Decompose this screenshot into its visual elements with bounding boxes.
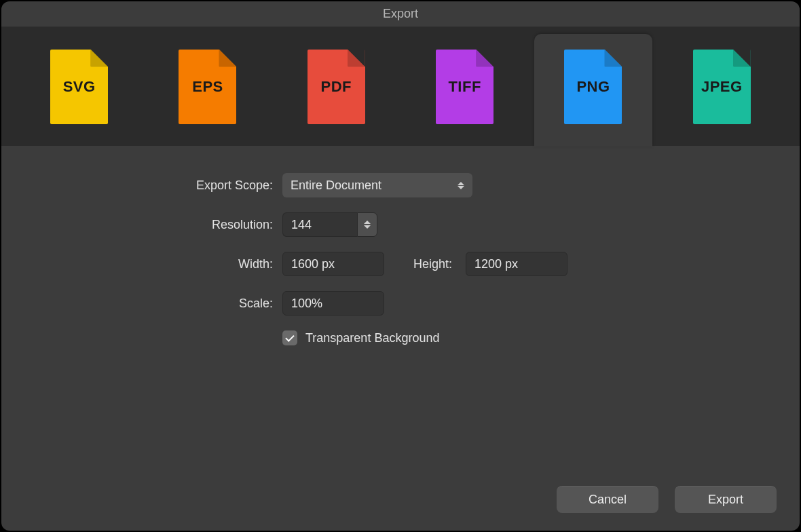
format-tab-svg[interactable]: SVG xyxy=(15,27,143,146)
format-label: SVG xyxy=(63,78,96,96)
export-scope-select[interactable]: Entire Document xyxy=(282,173,472,197)
row-resolution: Resolution: 144 xyxy=(1,212,739,237)
format-tab-eps[interactable]: EPS xyxy=(143,27,272,146)
scale-field[interactable]: 100% xyxy=(282,291,384,316)
window-title: Export xyxy=(383,7,418,21)
chevron-updown-icon xyxy=(458,182,464,189)
file-icon: EPS xyxy=(179,50,236,124)
checkbox-box xyxy=(282,330,297,345)
file-icon: JPEG xyxy=(693,50,751,124)
export-form: Export Scope: Entire Document Resolution… xyxy=(1,146,800,531)
window-titlebar: Export xyxy=(1,1,800,27)
file-icon: PNG xyxy=(564,50,622,124)
format-tab-jpeg[interactable]: JPEG xyxy=(658,27,786,146)
scale-value: 100% xyxy=(291,297,322,311)
format-label: TIFF xyxy=(448,78,481,96)
format-label: EPS xyxy=(192,78,223,96)
file-icon: PDF xyxy=(308,50,365,124)
row-scale: Scale: 100% xyxy=(1,291,739,316)
format-tab-pdf[interactable]: PDF xyxy=(272,27,400,146)
width-field[interactable]: 1600 px xyxy=(282,252,384,276)
file-icon: TIFF xyxy=(436,50,493,124)
export-dialog: Export SVGEPSPDFTIFFPNGJPEG Export Scope… xyxy=(1,1,800,531)
format-tabstrip: SVGEPSPDFTIFFPNGJPEG xyxy=(1,27,800,146)
height-field[interactable]: 1200 px xyxy=(466,252,567,276)
file-icon-pdf: PDF xyxy=(308,50,365,124)
resolution-value[interactable]: 144 xyxy=(282,212,357,237)
cancel-button[interactable]: Cancel xyxy=(557,486,658,513)
chevron-down-icon xyxy=(364,225,371,229)
file-icon-eps: EPS xyxy=(179,50,236,124)
file-icon-png: PNG xyxy=(564,50,622,124)
dialog-footer: Cancel Export xyxy=(557,486,777,513)
file-icon-tiff: TIFF xyxy=(436,50,493,124)
label-width: Width: xyxy=(1,257,273,271)
label-resolution: Resolution: xyxy=(1,218,273,232)
label-height: Height: xyxy=(398,257,452,271)
resolution-stepper[interactable] xyxy=(357,212,377,237)
format-label: JPEG xyxy=(701,78,743,96)
file-icon-svg: SVG xyxy=(50,50,108,124)
transparent-bg-label: Transparent Background xyxy=(305,331,439,345)
checkmark-icon xyxy=(285,332,294,341)
transparent-bg-checkbox[interactable]: Transparent Background xyxy=(282,330,439,345)
file-icon-jpeg: JPEG xyxy=(693,50,751,124)
resolution-combo[interactable]: 144 xyxy=(282,212,377,237)
format-label: PNG xyxy=(576,78,610,96)
chevron-up-icon xyxy=(364,221,371,224)
height-value: 1200 px xyxy=(474,257,518,271)
row-transparent-bg: Transparent Background xyxy=(1,330,739,345)
label-export-scope: Export Scope: xyxy=(1,178,273,193)
export-button[interactable]: Export xyxy=(675,486,777,513)
file-icon: SVG xyxy=(50,50,108,124)
row-dimensions: Width: 1600 px Height: 1200 px xyxy=(1,252,739,276)
width-value: 1600 px xyxy=(291,257,335,271)
export-scope-value: Entire Document xyxy=(291,178,381,193)
format-tab-png[interactable]: PNG xyxy=(529,27,657,146)
format-tab-tiff[interactable]: TIFF xyxy=(400,27,529,146)
label-scale: Scale: xyxy=(1,297,273,311)
format-label: PDF xyxy=(321,78,352,96)
row-export-scope: Export Scope: Entire Document xyxy=(1,173,739,197)
